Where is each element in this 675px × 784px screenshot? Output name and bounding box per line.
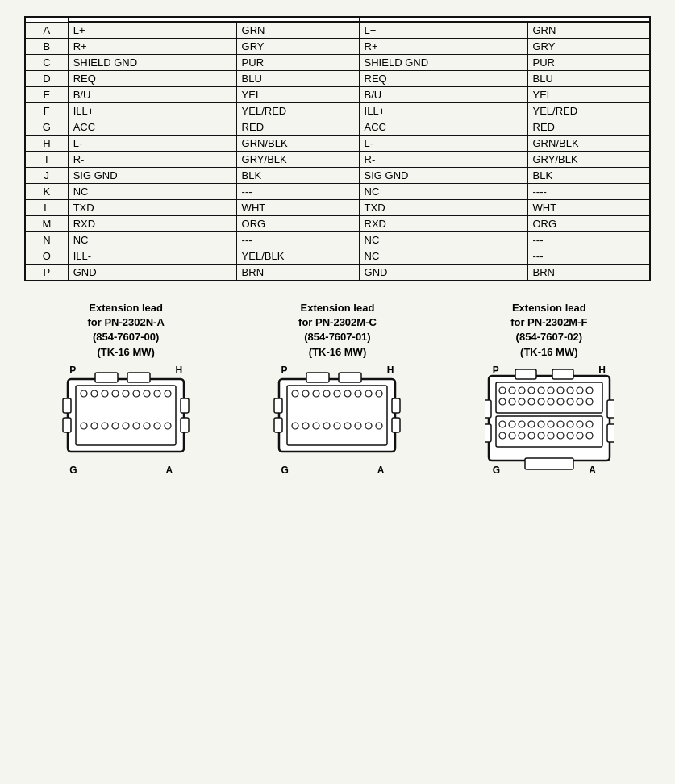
color-1: ---	[236, 184, 359, 200]
table-row: J SIG GND BLK SIG GND BLK	[25, 168, 650, 184]
svg-point-39	[292, 423, 298, 429]
svg-point-41	[313, 423, 319, 429]
svg-rect-55	[515, 369, 536, 379]
svg-point-33	[323, 390, 330, 397]
signal-2: R-	[359, 152, 527, 168]
connector-block-2: Extension leadfor PN-2302M-F(854-7607-02…	[460, 301, 638, 473]
svg-point-62	[548, 387, 554, 394]
svg-point-18	[133, 423, 140, 429]
svg-point-73	[557, 398, 564, 405]
svg-point-81	[538, 421, 544, 427]
color-2: ORG	[527, 216, 650, 232]
svg-rect-99	[607, 400, 614, 418]
signal-1: ILL-	[68, 248, 236, 265]
corner-tl-1: P	[281, 365, 287, 376]
corner-bl-1: G	[281, 465, 288, 476]
pin-letter: F	[25, 103, 68, 119]
svg-point-12	[165, 390, 171, 397]
svg-point-77	[499, 421, 506, 427]
color-1: ORG	[236, 216, 359, 232]
table-row: B R+ GRY R+ GRY	[25, 39, 650, 55]
svg-point-82	[548, 421, 554, 427]
pin-letter: N	[25, 232, 68, 248]
pin-letter: A	[25, 22, 68, 39]
svg-point-90	[528, 432, 535, 439]
signal-2: ACC	[359, 119, 527, 136]
svg-point-45	[355, 423, 361, 429]
svg-point-59	[519, 387, 525, 394]
svg-rect-50	[392, 398, 400, 413]
svg-rect-51	[392, 418, 400, 432]
svg-point-35	[344, 390, 351, 397]
table-row: C SHIELD GND PUR SHIELD GND PUR	[25, 55, 650, 71]
svg-point-36	[355, 390, 361, 397]
svg-point-19	[144, 423, 150, 429]
svg-point-37	[365, 390, 372, 397]
color-1: GRY/BLK	[236, 152, 359, 168]
signal-2: GND	[359, 265, 527, 281]
table-row: M RXD ORG RXD ORG	[25, 216, 650, 232]
connector-drawing-2: P H G A	[485, 368, 614, 473]
signal-2: R+	[359, 39, 527, 55]
color-1: YEL/RED	[236, 103, 359, 119]
color-1: ---	[236, 232, 359, 248]
connector-label-1: Extension leadfor PN-2302M-C(854-7607-01…	[298, 301, 377, 360]
svg-point-71	[538, 398, 544, 405]
svg-point-42	[323, 423, 330, 429]
svg-point-64	[567, 387, 573, 394]
color-2: WHT	[527, 200, 650, 216]
pin-table-wrapper: A L+ GRN L+ GRN B R+ GRY R+ GRY C SHIELD…	[24, 16, 651, 281]
signal-2: SHIELD GND	[359, 55, 527, 71]
connector-block-1: Extension leadfor PN-2302M-C(854-7607-01…	[248, 301, 426, 473]
signal-1: NC	[68, 184, 236, 200]
color-2: GRY/BLK	[527, 152, 650, 168]
svg-point-68	[509, 398, 515, 405]
svg-point-30	[292, 390, 298, 397]
svg-point-80	[528, 421, 535, 427]
pin-letter: D	[25, 71, 68, 87]
color-1: YEL/BLK	[236, 248, 359, 265]
svg-point-76	[586, 398, 593, 405]
table-row: P GND BRN GND BRN	[25, 265, 650, 281]
signal-2: ILL+	[359, 103, 527, 119]
svg-rect-100	[607, 424, 614, 442]
signal-1: SIG GND	[68, 168, 236, 184]
svg-point-83	[557, 421, 564, 427]
svg-rect-23	[63, 418, 71, 432]
color-2: ---	[527, 232, 650, 248]
color-1: GRY	[236, 39, 359, 55]
pin-letter: B	[25, 39, 68, 55]
svg-rect-22	[63, 398, 71, 413]
svg-point-8	[123, 390, 129, 397]
svg-point-14	[91, 423, 98, 429]
corner-tr-2: H	[598, 365, 606, 376]
svg-point-88	[509, 432, 515, 439]
svg-point-46	[365, 423, 372, 429]
signal-2: TXD	[359, 200, 527, 216]
color-2: ----	[527, 184, 650, 200]
color-2: YEL	[527, 87, 650, 103]
corner-tl-2: P	[493, 365, 499, 376]
pin-letter: M	[25, 216, 68, 232]
svg-point-94	[567, 432, 573, 439]
svg-point-6	[102, 390, 108, 397]
table-row: L TXD WHT TXD WHT	[25, 200, 650, 216]
svg-point-96	[586, 432, 593, 439]
signal-1: B/U	[68, 87, 236, 103]
svg-point-16	[112, 423, 119, 429]
svg-point-31	[302, 390, 309, 397]
corner-bl-2: G	[493, 465, 500, 476]
corner-tr-1: H	[387, 365, 394, 376]
table-row: D REQ BLU REQ BLU	[25, 71, 650, 87]
svg-point-91	[538, 432, 544, 439]
signal-2: NC	[359, 248, 527, 265]
table-row: G ACC RED ACC RED	[25, 119, 650, 136]
corner-tl-0: P	[69, 365, 76, 376]
pin-letter: O	[25, 248, 68, 265]
connector-block-0: Extension leadfor PN-2302N-A(854-7607-00…	[37, 301, 215, 473]
svg-rect-49	[274, 418, 282, 432]
svg-point-10	[144, 390, 150, 397]
signal-2: NC	[359, 184, 527, 200]
signal-2: SIG GND	[359, 168, 527, 184]
signal-2: REQ	[359, 71, 527, 87]
